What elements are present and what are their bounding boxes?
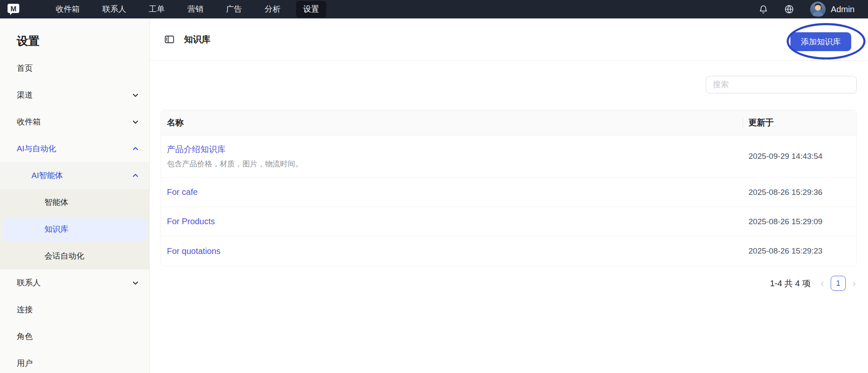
sidebar-item-contacts[interactable]: 联系人: [0, 269, 149, 296]
globe-icon[interactable]: [784, 4, 794, 14]
pagination-page-1[interactable]: 1: [831, 276, 846, 291]
table-row[interactable]: For quotations 2025-08-26 15:29:23: [161, 236, 856, 266]
pagination-prev-icon[interactable]: ‹: [820, 278, 825, 288]
page-header: 知识库 添加知识库: [150, 18, 868, 61]
sidebar-item-knowledge-base[interactable]: 知识库: [3, 217, 147, 241]
table-row[interactable]: For Products 2025-08-26 15:29:09: [161, 207, 856, 236]
sidebar-item-channels[interactable]: 渠道: [0, 82, 149, 109]
user-menu[interactable]: Admin: [810, 2, 855, 17]
updated-at: 2025-09-29 14:43:54: [748, 152, 822, 161]
pagination-summary: 1-4 共 4 项: [770, 278, 811, 289]
sidebar-item-label: 会话自动化: [44, 251, 84, 262]
page-title: 知识库: [184, 34, 211, 45]
sidebar-item-label: AI与自动化: [17, 143, 56, 154]
sidebar-item-label: AI智能体: [31, 170, 63, 181]
add-knowledge-base-button[interactable]: 添加知识库: [790, 32, 851, 51]
nav-right-actions: Admin: [758, 2, 868, 17]
nav-item-tickets[interactable]: 工单: [142, 1, 172, 18]
sidebar-title: 设置: [17, 34, 149, 49]
app-logo[interactable]: M: [0, 3, 27, 16]
chevron-down-icon: [132, 118, 139, 126]
top-navigation-bar: M 收件箱 联系人 工单 营销 广告 分析 设置: [0, 0, 868, 18]
updated-at: 2025-08-26 15:29:09: [748, 217, 822, 226]
updated-at: 2025-08-26 15:29:23: [748, 246, 822, 255]
chevron-down-icon: [132, 91, 139, 99]
sidebar-item-label: 用户: [17, 358, 33, 369]
sidebar-item-label: 知识库: [44, 224, 68, 235]
sidebar-item-label: 智能体: [44, 197, 68, 208]
nav-item-analytics[interactable]: 分析: [257, 1, 288, 18]
nav-item-ads[interactable]: 广告: [219, 1, 249, 18]
bell-icon[interactable]: [758, 4, 768, 14]
sidebar-collapse-icon[interactable]: [164, 34, 175, 45]
sidebar-item-label: 收件箱: [17, 117, 41, 127]
nav-item-marketing[interactable]: 营销: [180, 1, 211, 18]
nav-item-settings[interactable]: 设置: [296, 1, 326, 18]
kb-link-for-cafe[interactable]: For cafe: [167, 187, 198, 197]
kb-link-product-intro[interactable]: 产品介绍知识库: [167, 144, 226, 155]
table-header-row: 名称 更新于: [161, 110, 856, 135]
user-name-label: Admin: [831, 5, 855, 14]
chevron-up-icon: [132, 145, 139, 153]
settings-sidebar: 设置 首页 渠道 收件箱 AI与自动化 AI智能体 智能体: [0, 18, 150, 373]
kb-link-for-quotations[interactable]: For quotations: [167, 246, 221, 256]
sidebar-item-home[interactable]: 首页: [0, 55, 149, 82]
sidebar-item-inbox[interactable]: 收件箱: [0, 109, 149, 135]
sidebar-item-conversation-automation[interactable]: 会话自动化: [0, 243, 149, 269]
sidebar-item-label: 联系人: [17, 277, 41, 288]
column-header-name: 名称: [161, 117, 743, 128]
kb-description: 包含产品价格，材质，图片，物流时间。: [167, 159, 743, 169]
settings-menu: 首页 渠道 收件箱 AI与自动化 AI智能体 智能体 知识库: [0, 55, 149, 373]
sidebar-item-label: 角色: [17, 331, 33, 342]
logo-m-icon: M: [7, 3, 20, 16]
nav-item-inbox[interactable]: 收件箱: [49, 1, 87, 18]
column-header-updated: 更新于: [743, 117, 856, 128]
chevron-up-icon: [132, 172, 139, 179]
nav-item-contacts[interactable]: 联系人: [95, 1, 133, 18]
table-row[interactable]: 产品介绍知识库 包含产品价格，材质，图片，物流时间。 2025-09-29 14…: [161, 135, 856, 178]
chevron-down-icon: [132, 279, 139, 287]
sidebar-item-label: 渠道: [17, 90, 33, 101]
sidebar-item-label: 首页: [17, 63, 33, 74]
sidebar-item-roles[interactable]: 角色: [0, 323, 149, 350]
sidebar-item-ai-agents[interactable]: AI智能体: [0, 162, 149, 189]
sidebar-item-users[interactable]: 用户: [0, 350, 149, 373]
sidebar-item-ai-automation[interactable]: AI与自动化: [0, 135, 149, 162]
kb-link-for-products[interactable]: For Products: [167, 217, 215, 226]
svg-text:M: M: [10, 5, 16, 13]
pagination: 1-4 共 4 项 ‹ 1 ›: [770, 274, 857, 293]
pagination-next-icon[interactable]: ›: [852, 278, 857, 288]
table-row[interactable]: For cafe 2025-08-26 15:29:36: [161, 178, 856, 207]
sidebar-item-connections[interactable]: 连接: [0, 296, 149, 323]
sidebar-item-label: 连接: [17, 304, 33, 315]
main-content: 知识库 添加知识库 名称 更新于 产品介绍知识库 包含产品价格，材质，图片，物流…: [150, 18, 868, 373]
primary-nav: 收件箱 联系人 工单 营销 广告 分析 设置: [49, 1, 326, 18]
ai-agent-group: AI智能体 智能体 知识库 会话自动化: [0, 162, 149, 269]
sidebar-item-agents[interactable]: 智能体: [0, 189, 149, 216]
knowledge-base-table: 名称 更新于 产品介绍知识库 包含产品价格，材质，图片，物流时间。 2025-0…: [161, 110, 857, 266]
ai-agent-subgroup: 智能体 知识库 会话自动化: [0, 189, 149, 269]
avatar: [810, 2, 826, 17]
search-input[interactable]: [706, 76, 857, 93]
updated-at: 2025-08-26 15:29:36: [748, 188, 822, 197]
